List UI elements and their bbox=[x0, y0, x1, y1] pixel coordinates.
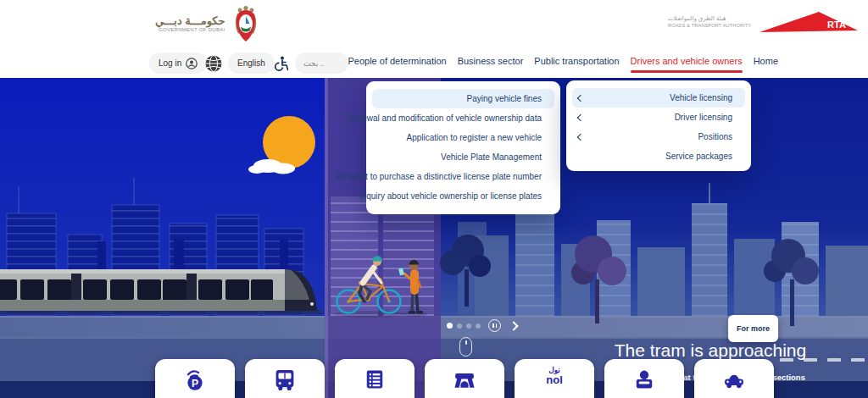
car-icon bbox=[721, 367, 747, 392]
carousel-controls bbox=[447, 319, 517, 332]
gov-logo-english: GOVERNMENT OF DUBAI bbox=[155, 27, 225, 33]
lost-and-found-icon bbox=[632, 367, 657, 392]
svg-text:RTA: RTA bbox=[827, 19, 846, 30]
menu-item-register-new-vehicle[interactable]: Application to register a new vehicle bbox=[372, 128, 554, 147]
hero-title: The tram is approaching bbox=[583, 340, 837, 361]
menu-item-vehicle-licensing[interactable]: Vehicle licensing bbox=[572, 88, 745, 108]
search-input[interactable] bbox=[302, 58, 339, 69]
card-fines-inquiry[interactable] bbox=[335, 359, 415, 398]
nol-logo: نول nol bbox=[546, 367, 563, 385]
language-button[interactable]: English bbox=[228, 53, 275, 74]
rta-logo[interactable]: هيئة الطرق والمواصلات ROADS & TRANSPORT … bbox=[668, 10, 860, 34]
card-vehicles[interactable] bbox=[694, 359, 774, 398]
chevron-left-icon bbox=[577, 114, 584, 121]
menu-item-inquiry-ownership-plates[interactable]: Inquiry about vehicle ownership or licen… bbox=[372, 186, 554, 206]
vehicle-services-dropdown: Paying vehicle fines Renewal and modific… bbox=[366, 81, 560, 214]
menu-item-positions[interactable]: Positions bbox=[572, 127, 745, 146]
carousel-dot[interactable] bbox=[447, 323, 453, 329]
nav-item-public-transportation[interactable]: Public transportation bbox=[534, 56, 619, 73]
rta-triangle-icon: RTA bbox=[758, 10, 860, 34]
chevron-left-icon bbox=[577, 134, 584, 141]
nav-item-business-sector[interactable]: Business sector bbox=[458, 56, 524, 73]
menu-item-paying-vehicle-fines[interactable]: Paying vehicle fines bbox=[372, 89, 554, 108]
login-button[interactable]: Log in bbox=[149, 53, 207, 74]
search-box[interactable] bbox=[295, 53, 348, 74]
fines-list-icon bbox=[362, 367, 387, 392]
nav-item-people-of-determination[interactable]: People of determination bbox=[348, 56, 446, 73]
toll-gate-icon bbox=[452, 367, 477, 392]
dubai-crest-icon bbox=[231, 5, 260, 42]
language-label: English bbox=[237, 58, 265, 68]
nav-item-drivers-and-vehicle-owners[interactable]: Drivers and vehicle owners bbox=[631, 56, 743, 73]
menu-item-renewal-ownership-data[interactable]: Renewal and modification of vehicle owne… bbox=[372, 108, 554, 128]
menu-item-driver-licensing[interactable]: Driver licensing bbox=[572, 108, 745, 127]
menu-item-distinctive-plate-number[interactable]: Request to purchase a distinctive licens… bbox=[372, 167, 554, 186]
nav-item-home[interactable]: Home bbox=[754, 56, 778, 73]
site-header: حكومـــة دبـــي GOVERNMENT OF DUBAI هيئة… bbox=[0, 0, 868, 78]
menu-item-service-packages[interactable]: Service packages bbox=[572, 146, 745, 166]
menu-item-vehicle-plate-management[interactable]: Vehicle Plate Management bbox=[372, 147, 554, 167]
rta-logo-english: ROADS & TRANSPORT AUTHORITY bbox=[668, 23, 751, 29]
for-more-button[interactable]: For more bbox=[728, 315, 778, 342]
globe-icon[interactable] bbox=[203, 53, 223, 73]
card-nol[interactable]: نول nol bbox=[515, 359, 594, 398]
carousel-dot[interactable] bbox=[466, 323, 471, 329]
pause-icon[interactable] bbox=[488, 319, 501, 332]
carousel-dot[interactable] bbox=[476, 323, 481, 329]
svg-text:P: P bbox=[192, 378, 198, 390]
licensing-categories-dropdown: Vehicle licensing Driver licensing Posit… bbox=[566, 80, 751, 171]
card-lost-and-found[interactable] bbox=[604, 359, 684, 398]
active-nav-underline bbox=[631, 70, 743, 73]
parking-icon: P bbox=[182, 367, 208, 392]
card-toll-gate[interactable] bbox=[425, 359, 504, 398]
rta-logo-arabic: هيئة الطرق والمواصلات bbox=[668, 15, 751, 23]
main-nav: People of determination Business sector … bbox=[348, 56, 778, 73]
carousel-dot[interactable] bbox=[457, 323, 462, 329]
government-of-dubai-logo[interactable]: حكومـــة دبـــي GOVERNMENT OF DUBAI bbox=[155, 5, 260, 42]
card-bus[interactable] bbox=[245, 359, 325, 398]
chevron-left-icon bbox=[577, 95, 584, 102]
login-label: Log in bbox=[159, 58, 181, 68]
card-parking[interactable]: P bbox=[155, 359, 235, 398]
scroll-mouse-icon bbox=[459, 337, 472, 357]
accessibility-icon[interactable] bbox=[272, 54, 291, 73]
next-arrow-icon[interactable] bbox=[509, 321, 518, 330]
tram-illustration bbox=[0, 269, 322, 314]
bus-icon bbox=[272, 367, 298, 392]
user-icon bbox=[186, 58, 198, 69]
gov-logo-arabic: حكومـــة دبـــي bbox=[155, 15, 225, 27]
